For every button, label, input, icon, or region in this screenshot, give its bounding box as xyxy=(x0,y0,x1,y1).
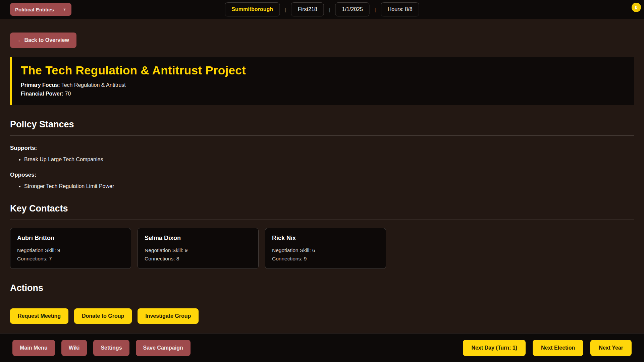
separator: | xyxy=(329,7,330,12)
contact-connections: Connections: 7 xyxy=(17,255,124,262)
list-item: Stronger Tech Regulation Limit Power xyxy=(24,183,634,189)
party-chip: First218 xyxy=(291,2,324,16)
footer-left-group: Main Menu Wiki Settings Save Campaign xyxy=(12,340,191,356)
contact-negotiation: Negotiation Skill: 6 xyxy=(272,247,379,254)
notification-badge[interactable]: 0 xyxy=(632,3,641,12)
contact-negotiation: Negotiation Skill: 9 xyxy=(145,247,252,254)
separator: | xyxy=(375,7,376,12)
next-day-button[interactable]: Next Day (Turn: 1) xyxy=(463,340,526,356)
date-chip: 1/1/2025 xyxy=(335,2,370,16)
request-meeting-button[interactable]: Request Meeting xyxy=(10,308,68,324)
wiki-button[interactable]: Wiki xyxy=(61,340,87,356)
contact-connections: Connections: 8 xyxy=(145,255,252,262)
separator: | xyxy=(285,7,286,12)
group-summary-panel: The Tech Regulation & Antitrust Project … xyxy=(10,57,634,105)
political-entities-dropdown[interactable]: Political Entities ▼ xyxy=(10,3,71,16)
contact-name: Rick Nix xyxy=(272,235,379,242)
hours-chip: Hours: 8/8 xyxy=(381,2,419,16)
bottom-bar: Main Menu Wiki Settings Save Campaign Ne… xyxy=(0,333,644,362)
chevron-down-icon: ▼ xyxy=(63,7,66,11)
primary-focus-line: Primary Focus: Tech Regulation & Antitru… xyxy=(21,82,625,88)
supports-label: Supports: xyxy=(10,145,634,152)
primary-focus-value: Tech Regulation & Antitrust xyxy=(61,82,126,88)
contact-negotiation: Negotiation Skill: 9 xyxy=(17,247,124,254)
city-chip[interactable]: Summitborough xyxy=(225,2,280,16)
next-year-button[interactable]: Next Year xyxy=(590,340,632,356)
settings-button[interactable]: Settings xyxy=(93,340,129,356)
opposes-label: Opposes: xyxy=(10,172,634,178)
policy-stances-heading: Policy Stances xyxy=(10,119,634,136)
actions-row: Request Meeting Donate to Group Investig… xyxy=(10,308,634,324)
page-title: The Tech Regulation & Antitrust Project xyxy=(21,64,625,77)
top-bar: Political Entities ▼ Summitborough | Fir… xyxy=(0,0,644,19)
save-campaign-button[interactable]: Save Campaign xyxy=(136,340,191,356)
supports-list: Break Up Large Tech Companies xyxy=(10,157,634,163)
main-content: ← Back to Overview The Tech Regulation &… xyxy=(0,19,644,324)
actions-heading: Actions xyxy=(10,283,634,299)
header-status-group: Summitborough | First218 | 1/1/2025 | Ho… xyxy=(225,2,419,16)
contact-connections: Connections: 9 xyxy=(272,255,379,262)
investigate-group-button[interactable]: Investigate Group xyxy=(138,308,199,324)
contact-name: Selma Dixon xyxy=(145,235,252,242)
donate-to-group-button[interactable]: Donate to Group xyxy=(74,308,132,324)
financial-power-line: Financial Power: 70 xyxy=(21,91,625,97)
contact-card: Aubri Britton Negotiation Skill: 9 Conne… xyxy=(10,228,131,269)
contact-name: Aubri Britton xyxy=(17,235,124,242)
list-item: Break Up Large Tech Companies xyxy=(24,157,634,163)
primary-focus-label: Primary Focus: xyxy=(21,82,60,88)
footer-right-group: Next Day (Turn: 1) Next Election Next Ye… xyxy=(463,340,632,356)
political-entities-dropdown-label: Political Entities xyxy=(15,7,54,12)
opposes-list: Stronger Tech Regulation Limit Power xyxy=(10,183,634,189)
financial-power-label: Financial Power: xyxy=(21,91,63,97)
financial-power-value: 70 xyxy=(65,91,71,97)
next-election-button[interactable]: Next Election xyxy=(533,340,583,356)
contacts-row: Aubri Britton Negotiation Skill: 9 Conne… xyxy=(10,228,634,269)
key-contacts-heading: Key Contacts xyxy=(10,203,634,220)
contact-card: Selma Dixon Negotiation Skill: 9 Connect… xyxy=(138,228,259,269)
main-menu-button[interactable]: Main Menu xyxy=(12,340,55,356)
back-to-overview-button[interactable]: ← Back to Overview xyxy=(10,33,76,48)
contact-card: Rick Nix Negotiation Skill: 6 Connection… xyxy=(265,228,386,269)
